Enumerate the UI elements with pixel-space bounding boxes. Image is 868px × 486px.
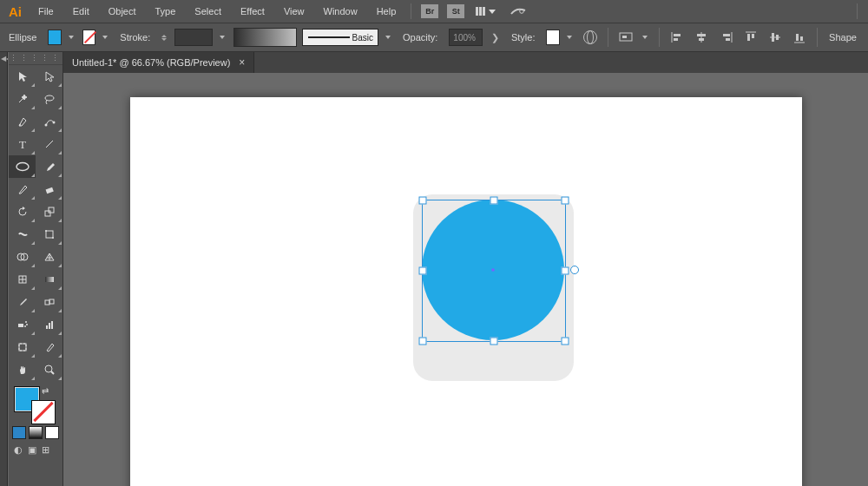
separator: [659, 28, 660, 47]
close-tab-button[interactable]: ×: [239, 56, 245, 69]
canvas-viewport[interactable]: [63, 73, 868, 486]
opacity-field[interactable]: 100%: [449, 29, 483, 46]
eyedropper-tool[interactable]: [9, 291, 36, 313]
gradient-mode-button[interactable]: [29, 426, 43, 439]
panel-collapse-rail[interactable]: ◀◀: [0, 52, 8, 486]
brush-gradient-preview[interactable]: [233, 28, 298, 47]
column-graph-tool[interactable]: [36, 313, 62, 336]
resize-handle-ml[interactable]: [418, 267, 426, 275]
pencil-tool[interactable]: [9, 178, 36, 200]
align-right-button[interactable]: [716, 27, 735, 48]
align-to-button[interactable]: [616, 27, 635, 48]
scale-tool[interactable]: [36, 200, 62, 223]
document-tab[interactable]: Untitled-1* @ 66.67% (RGB/Preview) ×: [63, 52, 254, 73]
rotate-tool[interactable]: [9, 200, 36, 223]
free-transform-tool[interactable]: [36, 223, 62, 246]
arrange-documents-button[interactable]: [476, 7, 496, 16]
svg-rect-11: [726, 38, 730, 41]
fill-dropdown-icon[interactable]: [69, 36, 74, 39]
menu-type[interactable]: Type: [148, 3, 184, 19]
svg-rect-29: [45, 211, 50, 216]
resize-handle-tl[interactable]: [418, 197, 426, 205]
shape-builder-tool[interactable]: [9, 246, 36, 268]
artboard-tool[interactable]: [9, 336, 36, 358]
svg-point-22: [19, 124, 21, 126]
magic-wand-tool[interactable]: [9, 88, 36, 110]
draw-normal-icon[interactable]: ◐: [14, 444, 23, 456]
paintbrush-tool[interactable]: [36, 155, 62, 178]
perspective-tool[interactable]: [36, 246, 62, 268]
gradient-tool[interactable]: [36, 268, 62, 291]
selection-tool[interactable]: [9, 65, 36, 88]
dropdown-icon[interactable]: [642, 36, 648, 39]
shape-properties-label[interactable]: Shape: [825, 32, 863, 43]
resize-handle-tc[interactable]: [490, 197, 497, 205]
draw-inside-icon[interactable]: ⊞: [42, 444, 49, 456]
align-top-button[interactable]: [741, 27, 760, 48]
color-mode-button[interactable]: [12, 426, 26, 439]
ellipse-tool[interactable]: [9, 155, 36, 178]
resize-handle-mr[interactable]: [561, 267, 569, 275]
menu-select[interactable]: Select: [187, 3, 229, 19]
menubar: Ai File Edit Object Type Select Effect V…: [0, 0, 868, 23]
dropdown-icon[interactable]: [385, 36, 391, 39]
dropdown-icon[interactable]: [220, 36, 225, 39]
bridge-badge-icon[interactable]: Br: [421, 4, 438, 18]
stroke-profile-field[interactable]: [174, 29, 213, 46]
document-tab-title: Untitled-1* @ 66.67% (RGB/Preview): [72, 57, 230, 68]
pie-widget-handle[interactable]: [570, 266, 579, 274]
none-mode-button[interactable]: [45, 426, 59, 439]
stock-badge-icon[interactable]: St: [447, 4, 464, 18]
fill-stroke-swatches[interactable]: ⇄: [9, 384, 62, 421]
align-bottom-button[interactable]: [790, 27, 809, 48]
stroke-dropdown-icon[interactable]: [102, 36, 108, 39]
brush-definition-field[interactable]: Basic: [302, 29, 378, 46]
resize-handle-tr[interactable]: [561, 197, 569, 205]
curvature-tool[interactable]: [36, 110, 62, 133]
fill-swatch[interactable]: [48, 30, 61, 45]
line-tool[interactable]: [36, 133, 62, 155]
svg-rect-13: [747, 34, 750, 41]
resize-handle-bl[interactable]: [418, 338, 426, 345]
direct-selection-tool[interactable]: [36, 65, 62, 88]
slice-tool[interactable]: [36, 336, 62, 358]
svg-line-26: [46, 141, 53, 148]
menu-window[interactable]: Window: [316, 3, 365, 19]
menu-effect[interactable]: Effect: [233, 3, 273, 19]
type-tool[interactable]: T: [9, 133, 36, 155]
align-vcenter-button[interactable]: [766, 27, 785, 48]
zoom-tool[interactable]: [36, 358, 62, 381]
menu-object[interactable]: Object: [101, 3, 144, 19]
dropdown-icon[interactable]: [567, 36, 572, 39]
artboard[interactable]: [130, 97, 802, 486]
toolbox-grip[interactable]: ⋮⋮⋮⋮⋮: [9, 52, 62, 65]
stroke-swatch-large[interactable]: [31, 400, 56, 424]
blend-tool[interactable]: [36, 291, 62, 313]
lasso-tool[interactable]: [36, 88, 62, 110]
recolor-artwork-button[interactable]: [581, 27, 600, 48]
brush-name: Basic: [352, 33, 373, 43]
align-left-button[interactable]: [667, 27, 687, 48]
mesh-tool[interactable]: [9, 268, 36, 291]
hand-tool[interactable]: [9, 358, 36, 381]
svg-rect-30: [49, 207, 54, 213]
stroke-weight-stepper[interactable]: [161, 35, 168, 41]
screen-mode-row: ◐ ▣ ⊞: [9, 440, 62, 460]
swap-fill-stroke-icon[interactable]: ⇄: [42, 386, 49, 396]
opacity-more-icon[interactable]: ❯: [488, 32, 503, 43]
symbol-sprayer-tool[interactable]: [9, 313, 36, 336]
width-tool[interactable]: [9, 223, 36, 246]
menu-view[interactable]: View: [276, 3, 312, 19]
resize-handle-br[interactable]: [561, 338, 569, 345]
align-hcenter-button[interactable]: [692, 27, 711, 48]
gpu-preview-icon[interactable]: [510, 5, 527, 17]
menu-help[interactable]: Help: [369, 3, 404, 19]
resize-handle-bc[interactable]: [490, 338, 497, 345]
stroke-swatch[interactable]: [82, 30, 95, 45]
draw-behind-icon[interactable]: ▣: [28, 444, 36, 456]
menu-edit[interactable]: Edit: [65, 3, 97, 19]
menu-file[interactable]: File: [30, 3, 62, 19]
pen-tool[interactable]: [9, 110, 36, 133]
graphic-style-swatch[interactable]: [546, 30, 559, 45]
eraser-tool[interactable]: [36, 178, 62, 200]
